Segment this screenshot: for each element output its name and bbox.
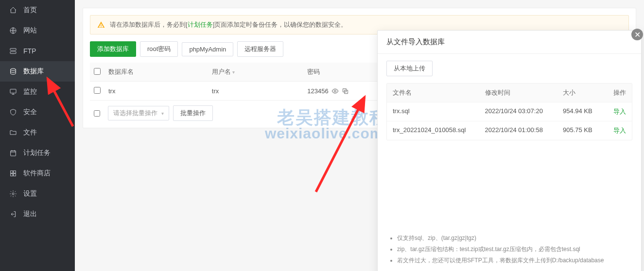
col-user[interactable]: 用户名 [208,63,303,82]
file-table-header: 文件名 修改时间 大小 操作 [387,84,632,102]
select-all-checkbox[interactable] [94,68,101,75]
eye-icon[interactable] [331,87,339,95]
cell-name: trx [104,82,208,101]
sidebar-item-label: 计划任务 [23,149,51,157]
cell-filename: trx.sql [393,107,485,116]
sidebar-item-label: 文件 [23,128,37,137]
apps-icon [9,169,17,178]
folder-icon [9,128,17,137]
import-file-link[interactable]: 导入 [607,126,626,135]
bulk-checkbox[interactable] [94,110,100,117]
cell-filename: trx_20221024_010058.sql [393,126,485,135]
hdr-op: 操作 [607,88,626,97]
gear-icon [9,189,17,198]
monitor-icon [9,87,17,96]
svg-rect-2 [10,51,16,53]
close-button[interactable]: ✕ [631,29,643,40]
sidebar-item-label: 监控 [23,87,37,96]
row-checkbox[interactable] [94,87,101,94]
cell-user: trx [208,82,303,101]
cell-size: 905.75 KB [563,126,607,135]
root-password-button[interactable]: root密码 [140,41,178,57]
svg-rect-7 [14,171,16,173]
sidebar-item-label: 设置 [23,189,37,198]
sidebar: 首页 网站 FTP 数据库 监控 安全 文件 计划任务 软件商店 设置 退出 [0,0,75,271]
shield-icon [9,108,17,117]
sidebar-item-label: 数据库 [23,67,44,76]
svg-point-3 [11,68,16,70]
col-name: 数据库名 [104,63,208,82]
import-modal: ✕ 从文件导入数据库 从本地上传 文件名 修改时间 大小 操作 trx.sql … [377,30,642,271]
modal-title: 从文件导入数据库 [378,31,641,54]
svg-rect-9 [14,174,16,176]
sidebar-item-label: 软件商店 [23,169,51,178]
hdr-size: 大小 [563,88,607,97]
phpmyadmin-button[interactable]: phpMyAdmin [182,42,233,56]
hdr-filename: 文件名 [393,88,485,97]
add-database-button[interactable]: 添加数据库 [90,41,136,57]
remote-server-button[interactable]: 远程服务器 [237,41,283,57]
sidebar-item-files[interactable]: 文件 [0,122,75,143]
logout-icon [9,210,17,219]
copy-icon[interactable] [342,87,349,95]
cell-mtime: 2022/10/24 03:07:20 [485,107,563,116]
sidebar-item-cron[interactable]: 计划任务 [0,143,75,163]
sidebar-item-label: FTP [23,47,36,55]
bulk-select[interactable]: 请选择批量操作 [108,106,169,120]
sidebar-item-label: 安全 [23,108,37,117]
hdr-mtime: 修改时间 [485,88,563,97]
warning-icon [97,21,105,29]
sidebar-item-label: 退出 [23,210,37,219]
svg-rect-4 [10,89,16,93]
file-row: trx.sql 2022/10/24 03:07:20 954.94 KB 导入 [387,102,632,121]
sidebar-item-logout[interactable]: 退出 [0,204,75,224]
note-item: 仅支持sql、zip、(tar.gz|gz|tgz) [397,233,632,244]
import-file-link[interactable]: 导入 [607,107,626,116]
svg-point-10 [12,193,14,195]
modal-notes: 仅支持sql、zip、(tar.gz|gz|tgz) zip、tar.gz压缩包… [386,228,632,269]
calendar-icon [9,149,17,157]
sidebar-item-appstore[interactable]: 软件商店 [0,163,75,184]
ftp-icon [9,47,17,55]
close-icon: ✕ [634,30,641,39]
svg-point-11 [334,90,336,92]
svg-rect-6 [11,171,13,173]
sidebar-item-settings[interactable]: 设置 [0,184,75,204]
sidebar-item-security[interactable]: 安全 [0,102,75,122]
alert-link[interactable]: 计划任务 [188,21,213,28]
sidebar-item-label: 网站 [23,26,37,35]
sidebar-item-monitor[interactable]: 监控 [0,82,75,102]
note-item: 若文件过大，您还可以使用SFTP工具，将数据库文件上传到D:/backup/da… [397,255,632,266]
upload-local-button[interactable]: 从本地上传 [386,61,433,76]
bulk-action-button[interactable]: 批量操作 [173,105,213,121]
cell-mtime: 2022/10/24 01:00:58 [485,126,563,135]
sidebar-item-website[interactable]: 网站 [0,20,75,41]
svg-rect-8 [11,174,13,176]
note-item: zip、tar.gz压缩包结构：test.zip或test.tar.gz压缩包内… [397,244,632,255]
sidebar-item-home[interactable]: 首页 [0,0,75,20]
sidebar-item-ftp[interactable]: FTP [0,41,75,61]
alert-text: 请在添加数据库后，务必到[计划任务]页面添加定时备份任务，以确保您的数据安全。 [110,20,347,29]
svg-rect-5 [11,151,16,156]
globe-icon [9,26,17,35]
sidebar-item-label: 首页 [23,6,37,15]
file-row: trx_20221024_010058.sql 2022/10/24 01:00… [387,121,632,140]
cell-size: 954.94 KB [563,107,607,116]
database-icon [9,67,17,76]
home-icon [9,6,17,15]
sidebar-item-database[interactable]: 数据库 [0,61,75,82]
file-table: 文件名 修改时间 大小 操作 trx.sql 2022/10/24 03:07:… [386,83,632,140]
svg-rect-1 [10,49,16,51]
